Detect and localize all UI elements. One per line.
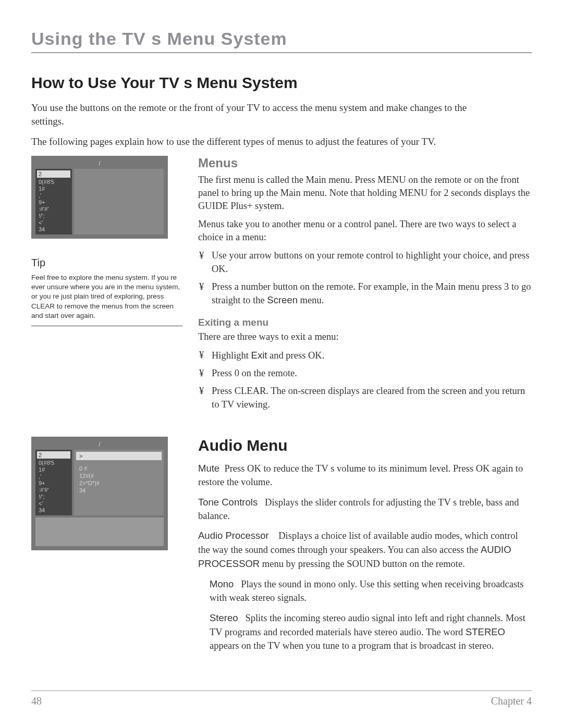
intro-paragraph-1: You use the buttons on the remote or the…	[31, 101, 474, 128]
bullet-item: Press CLEAR. The on-screen displays are …	[198, 385, 532, 412]
page-number: 48	[31, 695, 42, 707]
menus-bullets: Use your arrow buttons on your remote co…	[198, 249, 532, 308]
bullet-item: Press 0 on the remote.	[198, 367, 532, 380]
intro-paragraph-2: The following pages explain how to use t…	[31, 135, 474, 149]
term-processor: Audio Processor	[198, 530, 269, 541]
menu-tab: 1#	[39, 186, 69, 192]
submenu-item: 12#(#	[76, 473, 162, 479]
submenu-highlight: >	[76, 452, 162, 460]
menu-tab: !/';	[39, 213, 69, 219]
menu-tab: !/';	[39, 493, 69, 500]
submenu-item: 34	[76, 487, 162, 493]
exiting-heading: Exiting a menu	[198, 317, 532, 328]
menus-two-column: / 2 0(#8'5 1# ,' 9+ :#'#' !/'; <' 34	[31, 156, 532, 416]
menus-heading: Menus	[198, 156, 532, 170]
manual-page: Using the TV s Menu System How to Use Yo…	[0, 0, 563, 728]
tip-heading: Tip	[31, 257, 182, 269]
intro-block: You use the buttons on the remote or the…	[31, 101, 532, 149]
menu-topbar: /	[35, 160, 164, 167]
menu-topbar: /	[35, 441, 164, 448]
chapter-label: Chapter 4	[491, 695, 532, 707]
menu-tabs: 2 0(#8'5 1# ,' 9+ :#'#' !/'; <' 34	[35, 169, 72, 235]
exiting-lead: There are three ways to exit a menu:	[198, 330, 532, 343]
submenu-panel	[35, 517, 164, 546]
menu-tab: 9+	[39, 199, 69, 205]
menu-tab: 9+	[39, 480, 69, 486]
menu-tab: 34	[39, 507, 69, 513]
term-mono: Mono	[210, 578, 234, 589]
menu-tab: ,'	[39, 473, 69, 479]
bullet-item: Highlight Exit and press OK.	[198, 349, 532, 363]
exit-bullets: Highlight Exit and press OK. Press 0 on …	[198, 349, 532, 412]
menu-tab: 0(#8'5	[39, 179, 69, 185]
submenu-item: 0 #	[76, 465, 162, 472]
tip-rule	[31, 326, 182, 326]
menu-tab: 2	[37, 170, 70, 178]
menu-tab: :#'#'	[39, 487, 69, 493]
audio-tone: Tone Controls Displays the slider contro…	[198, 496, 532, 523]
audio-menu-screenshot: / 2 0(#8'5 1# ,' 9+ :#'#' !/'; <' 34 >	[31, 437, 168, 550]
menus-p1: The first menu is called the Main menu. …	[198, 174, 532, 213]
term-tone: Tone Controls	[198, 497, 258, 508]
page-footer: 48 Chapter 4	[31, 690, 532, 707]
main-menu-screenshot: / 2 0(#8'5 1# ,' 9+ :#'#' !/'; <' 34	[31, 156, 168, 239]
term-mute: Mute	[198, 463, 219, 474]
audio-mute: Mute Press OK to reduce the TV s volume …	[198, 462, 532, 489]
menu-tab: <'	[39, 500, 69, 507]
audio-mono: Mono Plays the sound in mono only. Use t…	[210, 577, 532, 605]
audio-two-column: / 2 0(#8'5 1# ,' 9+ :#'#' !/'; <' 34 >	[31, 437, 532, 659]
menu-tab: 1#	[39, 466, 69, 473]
menu-tab: 2	[37, 451, 70, 459]
menu-tabs: 2 0(#8'5 1# ,' 9+ :#'#' !/'; <' 34	[35, 450, 72, 515]
section-title-howto: How to Use Your TV s Menu System	[31, 74, 532, 92]
bullet-item: Press a number button on the remote. For…	[198, 280, 532, 308]
tip-body: Feel free to explore the menu system. If…	[31, 273, 182, 320]
menu-tab: 34	[39, 226, 69, 232]
menus-p2: Menus take you to another menu or a cont…	[198, 218, 532, 244]
menu-tab: ,'	[39, 192, 69, 199]
audio-processor: Audio Processor Displays a choice list o…	[198, 529, 532, 571]
menu-tab: :#'#'	[39, 206, 69, 212]
chapter-heading: Using the TV s Menu System	[31, 29, 532, 49]
menu-tab: <'	[39, 219, 69, 226]
header-rule	[31, 52, 532, 53]
bullet-item: Use your arrow buttons on your remote co…	[198, 249, 532, 276]
audio-menu-title: Audio Menu	[198, 437, 532, 454]
submenu-item: 2>*D*)#	[76, 480, 162, 486]
audio-stereo: Stereo Splits the incoming stereo audio …	[210, 611, 532, 653]
menu-tab: 0(#8'5	[39, 460, 69, 466]
term-stereo: Stereo	[210, 612, 238, 623]
